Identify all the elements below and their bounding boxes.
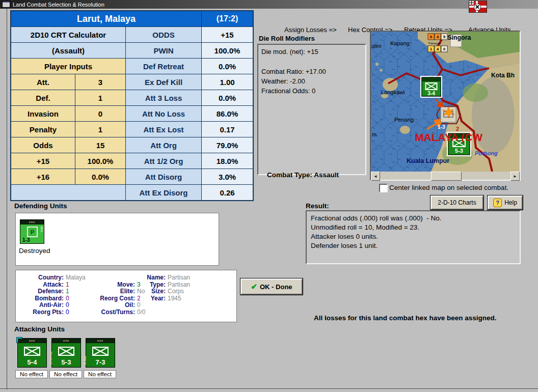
svg-text:5-3: 5-3	[455, 148, 463, 154]
crt-input-plus16-label: +16	[11, 169, 75, 184]
check-icon: ✔	[251, 282, 257, 291]
center-map-checkbox[interactable]	[379, 184, 388, 192]
crt-input-att-label: Att.	[11, 74, 75, 90]
crt-input-invasion-label: Invasion	[11, 106, 75, 121]
help-button[interactable]: ? Help	[488, 195, 523, 210]
defending-units-title: Defending Units	[14, 202, 67, 210]
ok-done-button[interactable]: ✔ OK - Done	[240, 278, 303, 295]
map-unit-counter[interactable]: 3-4	[421, 76, 442, 97]
combat-type: Combat Type: Assault	[267, 171, 339, 179]
stat-value: 1	[66, 282, 69, 289]
attacking-unit-counter[interactable]: xxx 5-3 XXVII Ind	[51, 338, 81, 368]
unit-designation: III Mar	[84, 356, 87, 365]
die-mod-net: Die mod. (net): +15	[261, 48, 365, 55]
crt-stat-value: 86.0%	[202, 106, 253, 121]
stat-label: Defense:	[19, 288, 64, 295]
title-bar[interactable]: Land Combat Selection & Resolution	[0, 0, 538, 9]
crt-calc-subtitle: (Assault)	[11, 43, 125, 58]
unit-effect-label: No effect	[49, 370, 82, 378]
stat-label: Oil:	[92, 302, 135, 309]
stat-value: 0	[66, 302, 69, 309]
crt-stat-label: Att Org	[126, 137, 201, 153]
defending-units-panel: xxx P MAL 1-3 Destroyed	[15, 213, 219, 266]
stat-value: 0/0	[137, 309, 146, 316]
svg-text:5: 5	[443, 35, 446, 39]
german-flag-icon	[469, 1, 487, 13]
map-label-kapang: Kapang	[390, 40, 410, 46]
crt-input-def-value[interactable]: 1	[75, 90, 125, 105]
stat-value: 1	[66, 288, 69, 295]
crt-stat-value: 100.0%	[202, 43, 253, 58]
unit-nationality: MAL	[40, 227, 43, 233]
defending-unit-counter[interactable]: xxx P MAL 1-3	[20, 219, 44, 244]
crt-player-inputs-header: Player Inputs	[11, 59, 125, 74]
crt-input-odds-value[interactable]: 15	[75, 137, 125, 153]
stat-value: 0	[66, 309, 69, 316]
crt-stat-value: +15	[202, 27, 253, 42]
unit-size-marker: xxx	[20, 220, 44, 225]
window-title: Land Combat Selection & Resolution	[13, 2, 104, 8]
stat-label: Elite:	[92, 288, 135, 295]
map-scrollbar[interactable]: ◄ ►	[371, 172, 520, 180]
attacking-unit-counter[interactable]: xxx 7-3 III Mar	[86, 338, 115, 368]
stat-value: Malaya	[66, 274, 86, 282]
unit-size-marker: xxx	[18, 339, 46, 343]
crt-stat-label: Att 1/2 Org	[126, 153, 201, 169]
result-line: Attacker loses 0 units.	[311, 233, 520, 240]
map[interactable]: 0 4 5 Transport 1 4 0 3-	[371, 32, 520, 172]
crt-stat-value: 18.0%	[202, 153, 253, 169]
scrollbar-thumb[interactable]	[431, 172, 462, 181]
svg-text:1: 1	[430, 47, 433, 51]
crt-stat-label: PWIN	[126, 43, 201, 58]
crt-stat-value: 3.0%	[202, 169, 253, 184]
partisan-symbol: P	[27, 227, 38, 237]
map-label-penang: Penang	[394, 117, 414, 123]
stat-label: Reorg Cost:	[92, 295, 135, 302]
combat-ratio: Combat Ratio: +17.00	[261, 68, 365, 75]
crt-stat-label: Att No Loss	[126, 106, 201, 121]
map-label-kuala-lumpur: Kuala Lumpur	[407, 157, 449, 164]
scrollbar-track[interactable]	[380, 172, 510, 180]
scroll-right-button[interactable]: ►	[510, 172, 520, 181]
stat-label: Cost/Turns:	[92, 309, 135, 316]
crt-stat-label: Att 3 Loss	[126, 90, 201, 105]
crt-stat-value: 0.0%	[202, 90, 253, 105]
stat-label: Country:	[19, 274, 64, 282]
die-roll-modifiers-panel: Die mod. (net): +15 Combat Ratio: +17.00…	[257, 44, 366, 175]
crt-input-att-value[interactable]: 3	[75, 74, 125, 90]
window-icon	[2, 1, 10, 8]
fractional-odds: Fractional Odds: 0	[261, 87, 365, 95]
svg-text:4: 4	[437, 35, 439, 39]
menu-assign-losses[interactable]: Assign Losses =>	[284, 26, 337, 34]
charts-button[interactable]: 2-D-10 Charts	[431, 195, 483, 210]
unit-effect-label: No effect	[15, 370, 48, 378]
combat-type-value: Assault	[314, 171, 339, 179]
stat-value: 0	[137, 302, 141, 309]
unit-designation: XXVII Ind	[49, 352, 52, 365]
crt-stat-label: Att Ex Lost	[126, 122, 201, 137]
map-label-singora: Singora	[447, 34, 472, 41]
attacking-unit-counter[interactable]: xxx 5-4	[17, 338, 47, 368]
crt-odds-ratio: (17:2)	[202, 11, 253, 26]
infantry-symbol	[92, 346, 109, 356]
result-title: Result:	[306, 202, 329, 210]
crt-stat-value: 0.26	[202, 185, 253, 200]
map-label-m: m	[372, 131, 376, 137]
scroll-left-button[interactable]: ◄	[371, 172, 380, 181]
map-panel: 0 4 5 Transport 1 4 0 3-	[370, 31, 521, 181]
crt-input-def-label: Def.	[11, 90, 75, 105]
crt-input-invasion-value[interactable]: 0	[75, 106, 125, 121]
unit-info-panel: Country:Malaya Attack:1 Defense:1 Bombar…	[15, 270, 237, 322]
stat-value: 2	[137, 295, 141, 302]
unit-status: Destroyed	[19, 247, 50, 255]
stat-value: 0	[66, 295, 69, 302]
stat-label: Name:	[144, 274, 166, 282]
crt-input-penalty-value[interactable]: 1	[75, 122, 125, 137]
crt-calc-title: 2D10 CRT Calculator	[11, 27, 125, 42]
help-icon: ?	[493, 199, 502, 207]
svg-text:3-4: 3-4	[427, 91, 435, 96]
crt-stat-label: Ex Def Kill	[126, 74, 201, 90]
result-line: Unmodified roll = 10, Modified = 23.	[311, 223, 520, 231]
map-label-langkawi: Langkawi	[381, 89, 405, 95]
stat-label: Move:	[92, 282, 135, 289]
